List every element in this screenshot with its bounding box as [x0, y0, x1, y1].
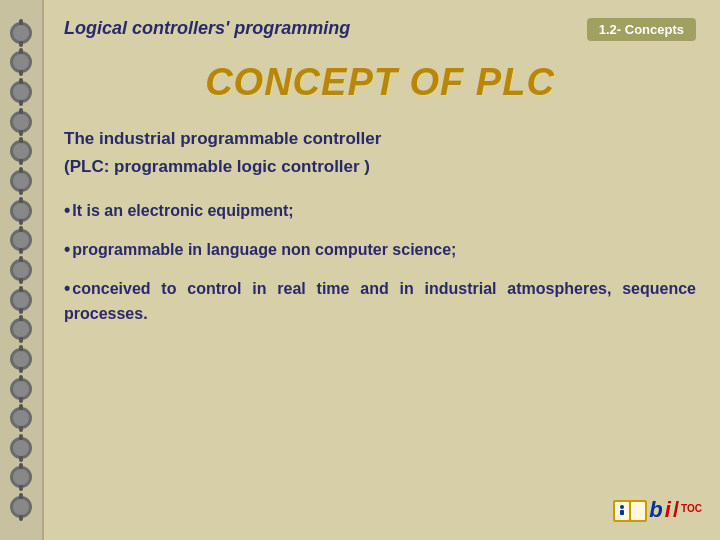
bullet-text-3: conceived to control in real time and in…: [64, 280, 696, 322]
bullet-dot-1: •: [64, 200, 70, 220]
bullet-text-1: It is an electronic equipment;: [72, 202, 293, 219]
spiral-ring: [10, 466, 32, 488]
bullet-text-2: programmable in language non computer sc…: [72, 241, 456, 258]
main-heading: CONCEPT OF PLC: [64, 61, 696, 104]
svg-rect-5: [620, 510, 624, 515]
intro-line-2: (PLC: programmable logic controller ): [64, 154, 696, 180]
spiral-ring: [10, 170, 32, 192]
intro-line-1: The industrial programmable controller: [64, 126, 696, 152]
spiral-ring: [10, 318, 32, 340]
logo-b: b: [649, 497, 662, 523]
spiral-ring: [10, 348, 32, 370]
logo-i: i: [665, 497, 671, 523]
spiral-ring: [10, 378, 32, 400]
spiral-ring: [10, 200, 32, 222]
body-text: The industrial programmable controller (…: [64, 126, 696, 338]
bullet-dot-3: •: [64, 278, 70, 298]
main-content: Logical controllers' programming 1.2- Co…: [44, 0, 720, 540]
bullet-item-2: •programmable in language non computer s…: [64, 236, 696, 263]
slide-title: Logical controllers' programming: [64, 18, 350, 39]
spiral-ring: [10, 111, 32, 133]
spiral-ring: [10, 289, 32, 311]
spiral-ring: [10, 407, 32, 429]
slide-container: Logical controllers' programming 1.2- Co…: [0, 0, 720, 540]
svg-rect-2: [631, 502, 645, 520]
svg-point-4: [620, 505, 624, 509]
spiral-ring: [10, 22, 32, 44]
logo-area: b i / TOC: [613, 496, 702, 524]
bullet-dot-2: •: [64, 239, 70, 259]
logo-toc: TOC: [681, 503, 702, 514]
logo-icon: [613, 496, 647, 524]
spiral-ring: [10, 496, 32, 518]
spiral-ring: [10, 51, 32, 73]
spiral-binding: [0, 0, 44, 540]
spiral-ring: [10, 259, 32, 281]
bullet-item-3: •conceived to control in real time and i…: [64, 275, 696, 326]
spiral-ring: [10, 229, 32, 251]
logo-slash: /: [673, 497, 679, 523]
spiral-ring: [10, 437, 32, 459]
bullet-item-1: •It is an electronic equipment;: [64, 197, 696, 224]
spiral-ring: [10, 81, 32, 103]
header-row: Logical controllers' programming 1.2- Co…: [64, 18, 696, 41]
section-badge: 1.2- Concepts: [587, 18, 696, 41]
spiral-ring: [10, 140, 32, 162]
